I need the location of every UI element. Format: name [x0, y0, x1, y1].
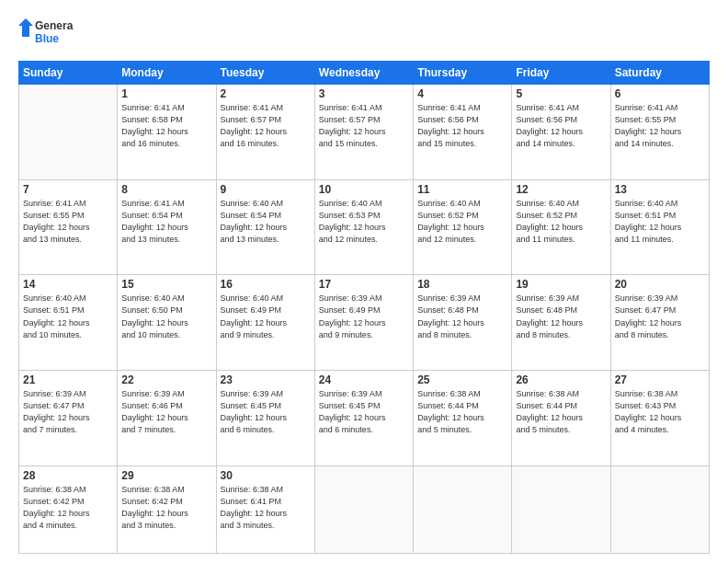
- day-info: Sunrise: 6:41 AMSunset: 6:55 PMDaylight:…: [23, 198, 113, 246]
- weekday-header-saturday: Saturday: [610, 62, 709, 85]
- day-cell: 9Sunrise: 6:40 AMSunset: 6:54 PMDaylight…: [216, 179, 314, 275]
- day-cell: 24Sunrise: 6:39 AMSunset: 6:45 PMDayligh…: [314, 371, 413, 466]
- day-number: 24: [319, 373, 409, 386]
- day-number: 19: [516, 278, 606, 291]
- day-number: 6: [615, 87, 705, 100]
- day-number: 18: [417, 278, 507, 291]
- day-info: Sunrise: 6:41 AMSunset: 6:55 PMDaylight:…: [615, 102, 705, 150]
- day-number: 12: [516, 183, 606, 196]
- day-info: Sunrise: 6:38 AMSunset: 6:42 PMDaylight:…: [23, 484, 113, 532]
- week-row-2: 7Sunrise: 6:41 AMSunset: 6:55 PMDaylight…: [19, 179, 710, 275]
- day-info: Sunrise: 6:39 AMSunset: 6:48 PMDaylight:…: [516, 293, 606, 340]
- day-cell: 14Sunrise: 6:40 AMSunset: 6:51 PMDayligh…: [19, 275, 118, 371]
- weekday-header-friday: Friday: [512, 62, 610, 85]
- week-row-1: 1Sunrise: 6:41 AMSunset: 6:58 PMDaylight…: [19, 85, 710, 180]
- svg-text:General: General: [35, 19, 74, 32]
- day-info: Sunrise: 6:39 AMSunset: 6:49 PMDaylight:…: [319, 293, 409, 340]
- day-cell: [19, 85, 118, 180]
- logo-svg: General Blue: [18, 15, 74, 52]
- day-info: Sunrise: 6:41 AMSunset: 6:54 PMDaylight:…: [121, 198, 211, 246]
- day-cell: 22Sunrise: 6:39 AMSunset: 6:46 PMDayligh…: [118, 371, 216, 466]
- week-row-3: 14Sunrise: 6:40 AMSunset: 6:51 PMDayligh…: [19, 275, 710, 371]
- day-cell: 11Sunrise: 6:40 AMSunset: 6:52 PMDayligh…: [414, 179, 512, 275]
- day-info: Sunrise: 6:41 AMSunset: 6:57 PMDaylight:…: [319, 102, 409, 150]
- day-cell: 3Sunrise: 6:41 AMSunset: 6:57 PMDaylight…: [314, 85, 413, 180]
- day-number: 10: [319, 183, 409, 196]
- page: General Blue SundayMondayTuesdayWednesda…: [0, 0, 728, 563]
- day-cell: 23Sunrise: 6:39 AMSunset: 6:45 PMDayligh…: [216, 371, 314, 466]
- day-cell: [314, 465, 413, 553]
- day-info: Sunrise: 6:39 AMSunset: 6:45 PMDaylight:…: [221, 388, 311, 436]
- weekday-header-wednesday: Wednesday: [314, 62, 413, 85]
- day-cell: 16Sunrise: 6:40 AMSunset: 6:49 PMDayligh…: [216, 275, 314, 371]
- day-cell: 27Sunrise: 6:38 AMSunset: 6:43 PMDayligh…: [610, 371, 709, 466]
- day-cell: 21Sunrise: 6:39 AMSunset: 6:47 PMDayligh…: [19, 371, 118, 466]
- day-cell: [414, 465, 512, 553]
- day-number: 11: [417, 183, 507, 196]
- day-info: Sunrise: 6:38 AMSunset: 6:42 PMDaylight:…: [121, 484, 211, 532]
- day-info: Sunrise: 6:40 AMSunset: 6:50 PMDaylight:…: [121, 293, 211, 340]
- svg-text:Blue: Blue: [35, 32, 59, 45]
- day-info: Sunrise: 6:39 AMSunset: 6:46 PMDaylight:…: [121, 388, 211, 436]
- day-cell: 17Sunrise: 6:39 AMSunset: 6:49 PMDayligh…: [314, 275, 413, 371]
- day-info: Sunrise: 6:38 AMSunset: 6:41 PMDaylight:…: [221, 484, 311, 532]
- day-cell: 5Sunrise: 6:41 AMSunset: 6:56 PMDaylight…: [512, 85, 610, 180]
- weekday-header-row: SundayMondayTuesdayWednesdayThursdayFrid…: [19, 62, 710, 85]
- day-number: 20: [615, 278, 705, 291]
- day-info: Sunrise: 6:38 AMSunset: 6:44 PMDaylight:…: [516, 388, 606, 436]
- day-cell: 28Sunrise: 6:38 AMSunset: 6:42 PMDayligh…: [19, 465, 118, 553]
- day-info: Sunrise: 6:40 AMSunset: 6:53 PMDaylight:…: [319, 198, 409, 246]
- day-info: Sunrise: 6:40 AMSunset: 6:51 PMDaylight:…: [615, 198, 705, 246]
- day-cell: 26Sunrise: 6:38 AMSunset: 6:44 PMDayligh…: [512, 371, 610, 466]
- day-number: 17: [319, 278, 409, 291]
- day-info: Sunrise: 6:39 AMSunset: 6:47 PMDaylight:…: [615, 293, 705, 340]
- day-number: 27: [615, 373, 705, 386]
- day-info: Sunrise: 6:41 AMSunset: 6:56 PMDaylight:…: [417, 102, 507, 150]
- day-number: 15: [121, 278, 211, 291]
- day-cell: [610, 465, 709, 553]
- day-info: Sunrise: 6:41 AMSunset: 6:58 PMDaylight:…: [121, 102, 211, 150]
- week-row-4: 21Sunrise: 6:39 AMSunset: 6:47 PMDayligh…: [19, 371, 710, 466]
- day-cell: 2Sunrise: 6:41 AMSunset: 6:57 PMDaylight…: [216, 85, 314, 180]
- day-info: Sunrise: 6:39 AMSunset: 6:48 PMDaylight:…: [417, 293, 507, 340]
- svg-marker-2: [18, 18, 33, 37]
- day-info: Sunrise: 6:40 AMSunset: 6:54 PMDaylight:…: [221, 198, 311, 246]
- day-number: 22: [121, 373, 211, 386]
- day-info: Sunrise: 6:40 AMSunset: 6:52 PMDaylight:…: [516, 198, 606, 246]
- day-number: 21: [23, 373, 113, 386]
- day-number: 26: [516, 373, 606, 386]
- day-number: 28: [23, 469, 113, 482]
- day-cell: 1Sunrise: 6:41 AMSunset: 6:58 PMDaylight…: [118, 85, 216, 180]
- day-info: Sunrise: 6:39 AMSunset: 6:45 PMDaylight:…: [319, 388, 409, 436]
- header: General Blue: [18, 15, 710, 52]
- day-number: 30: [221, 469, 311, 482]
- day-cell: 19Sunrise: 6:39 AMSunset: 6:48 PMDayligh…: [512, 275, 610, 371]
- day-cell: 7Sunrise: 6:41 AMSunset: 6:55 PMDaylight…: [19, 179, 118, 275]
- day-number: 4: [417, 87, 507, 100]
- day-info: Sunrise: 6:41 AMSunset: 6:57 PMDaylight:…: [221, 102, 311, 150]
- day-number: 1: [121, 87, 211, 100]
- day-number: 16: [221, 278, 311, 291]
- calendar-table: SundayMondayTuesdayWednesdayThursdayFrid…: [18, 61, 710, 554]
- day-cell: 25Sunrise: 6:38 AMSunset: 6:44 PMDayligh…: [414, 371, 512, 466]
- day-number: 29: [121, 469, 211, 482]
- day-cell: 18Sunrise: 6:39 AMSunset: 6:48 PMDayligh…: [414, 275, 512, 371]
- day-number: 23: [221, 373, 311, 386]
- day-number: 7: [23, 183, 113, 196]
- weekday-header-tuesday: Tuesday: [216, 62, 314, 85]
- day-number: 25: [417, 373, 507, 386]
- day-info: Sunrise: 6:39 AMSunset: 6:47 PMDaylight:…: [23, 388, 113, 436]
- logo: General Blue: [18, 15, 74, 52]
- day-number: 14: [23, 278, 113, 291]
- day-cell: 20Sunrise: 6:39 AMSunset: 6:47 PMDayligh…: [610, 275, 709, 371]
- day-cell: 13Sunrise: 6:40 AMSunset: 6:51 PMDayligh…: [610, 179, 709, 275]
- day-number: 8: [121, 183, 211, 196]
- day-info: Sunrise: 6:40 AMSunset: 6:52 PMDaylight:…: [417, 198, 507, 246]
- day-cell: 30Sunrise: 6:38 AMSunset: 6:41 PMDayligh…: [216, 465, 314, 553]
- day-info: Sunrise: 6:41 AMSunset: 6:56 PMDaylight:…: [516, 102, 606, 150]
- day-cell: 15Sunrise: 6:40 AMSunset: 6:50 PMDayligh…: [118, 275, 216, 371]
- day-info: Sunrise: 6:40 AMSunset: 6:49 PMDaylight:…: [221, 293, 311, 340]
- week-row-5: 28Sunrise: 6:38 AMSunset: 6:42 PMDayligh…: [19, 465, 710, 553]
- day-cell: 8Sunrise: 6:41 AMSunset: 6:54 PMDaylight…: [118, 179, 216, 275]
- day-cell: [512, 465, 610, 553]
